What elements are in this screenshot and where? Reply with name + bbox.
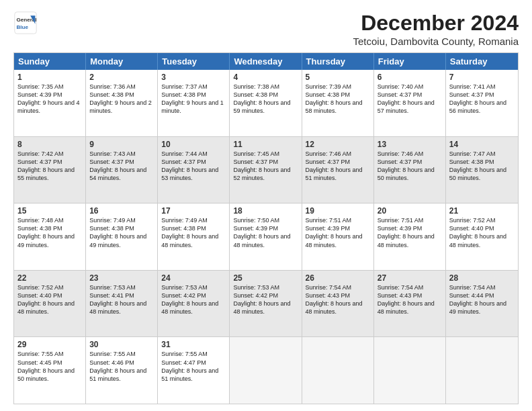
cell-info: Sunrise: 7:55 AMSunset: 4:46 PMDaylight:… xyxy=(89,350,154,383)
day-number: 14 xyxy=(449,140,515,149)
cal-week: 8Sunrise: 7:42 AMSunset: 4:37 PMDaylight… xyxy=(14,137,518,204)
cell-info: Sunrise: 7:53 AMSunset: 4:41 PMDaylight:… xyxy=(89,283,154,316)
day-number: 12 xyxy=(306,140,370,149)
calendar-header: SundayMondayTuesdayWednesdayThursdayFrid… xyxy=(14,53,518,70)
cal-header-cell: Tuesday xyxy=(158,53,230,70)
cal-cell xyxy=(446,337,518,404)
cal-week: 22Sunrise: 7:52 AMSunset: 4:40 PMDayligh… xyxy=(14,271,518,338)
cell-info: Sunrise: 7:49 AMSunset: 4:38 PMDaylight:… xyxy=(161,216,226,249)
cal-header-cell: Monday xyxy=(86,53,158,70)
cell-info: Sunrise: 7:41 AMSunset: 4:37 PMDaylight:… xyxy=(449,83,515,116)
logo: General Blue xyxy=(13,11,38,35)
cal-cell xyxy=(230,337,302,404)
cell-info: Sunrise: 7:42 AMSunset: 4:37 PMDaylight:… xyxy=(17,150,82,183)
cal-cell: 31Sunrise: 7:55 AMSunset: 4:47 PMDayligh… xyxy=(158,337,230,404)
cal-cell: 11Sunrise: 7:45 AMSunset: 4:37 PMDayligh… xyxy=(230,137,302,203)
cell-info: Sunrise: 7:40 AMSunset: 4:37 PMDaylight:… xyxy=(378,83,442,116)
cal-cell: 16Sunrise: 7:49 AMSunset: 4:38 PMDayligh… xyxy=(86,203,158,270)
day-number: 30 xyxy=(89,340,154,349)
cal-cell xyxy=(302,337,374,404)
cell-info: Sunrise: 7:55 AMSunset: 4:45 PMDaylight:… xyxy=(17,350,82,383)
cell-info: Sunrise: 7:52 AMSunset: 4:40 PMDaylight:… xyxy=(449,216,515,249)
day-number: 23 xyxy=(89,273,154,283)
cal-cell xyxy=(374,337,446,404)
cal-cell: 2Sunrise: 7:36 AMSunset: 4:38 PMDaylight… xyxy=(86,70,158,136)
day-number: 9 xyxy=(89,140,154,149)
cell-info: Sunrise: 7:50 AMSunset: 4:39 PMDaylight:… xyxy=(233,216,298,249)
cell-info: Sunrise: 7:53 AMSunset: 4:42 PMDaylight:… xyxy=(233,283,298,316)
cell-info: Sunrise: 7:55 AMSunset: 4:47 PMDaylight:… xyxy=(161,350,226,383)
cal-cell: 19Sunrise: 7:51 AMSunset: 4:39 PMDayligh… xyxy=(302,203,374,270)
cal-cell: 17Sunrise: 7:49 AMSunset: 4:38 PMDayligh… xyxy=(158,203,230,270)
cell-info: Sunrise: 7:43 AMSunset: 4:37 PMDaylight:… xyxy=(89,150,154,183)
cal-cell: 25Sunrise: 7:53 AMSunset: 4:42 PMDayligh… xyxy=(230,271,302,337)
title-block: December 2024 Tetcoiu, Dambovita County,… xyxy=(353,11,519,47)
day-number: 29 xyxy=(17,340,82,349)
cell-info: Sunrise: 7:46 AMSunset: 4:37 PMDaylight:… xyxy=(306,150,370,183)
cal-cell: 14Sunrise: 7:47 AMSunset: 4:38 PMDayligh… xyxy=(446,137,518,203)
day-number: 8 xyxy=(17,140,82,149)
cal-week: 15Sunrise: 7:48 AMSunset: 4:38 PMDayligh… xyxy=(14,203,518,271)
day-number: 20 xyxy=(378,206,442,216)
day-number: 15 xyxy=(17,206,82,216)
cal-cell: 8Sunrise: 7:42 AMSunset: 4:37 PMDaylight… xyxy=(14,137,86,203)
day-number: 22 xyxy=(17,273,82,283)
cal-header-cell: Saturday xyxy=(446,53,518,70)
cell-info: Sunrise: 7:46 AMSunset: 4:37 PMDaylight:… xyxy=(378,150,442,183)
cell-info: Sunrise: 7:35 AMSunset: 4:39 PMDaylight:… xyxy=(17,83,82,116)
cal-cell: 28Sunrise: 7:54 AMSunset: 4:44 PMDayligh… xyxy=(446,271,518,337)
day-number: 13 xyxy=(378,140,442,149)
cal-cell: 3Sunrise: 7:37 AMSunset: 4:38 PMDaylight… xyxy=(158,70,230,136)
cell-info: Sunrise: 7:54 AMSunset: 4:43 PMDaylight:… xyxy=(306,283,370,316)
cal-cell: 12Sunrise: 7:46 AMSunset: 4:37 PMDayligh… xyxy=(302,137,374,203)
day-number: 18 xyxy=(233,206,298,216)
day-number: 7 xyxy=(449,73,515,82)
day-number: 17 xyxy=(161,206,226,216)
cal-cell: 29Sunrise: 7:55 AMSunset: 4:45 PMDayligh… xyxy=(14,337,86,404)
cal-cell: 21Sunrise: 7:52 AMSunset: 4:40 PMDayligh… xyxy=(446,203,518,270)
cell-info: Sunrise: 7:53 AMSunset: 4:42 PMDaylight:… xyxy=(161,283,226,316)
header: General Blue December 2024 Tetcoiu, Damb… xyxy=(13,11,519,47)
cell-info: Sunrise: 7:45 AMSunset: 4:37 PMDaylight:… xyxy=(233,150,298,183)
cal-cell: 13Sunrise: 7:46 AMSunset: 4:37 PMDayligh… xyxy=(374,137,446,203)
cal-cell: 22Sunrise: 7:52 AMSunset: 4:40 PMDayligh… xyxy=(14,271,86,337)
day-number: 2 xyxy=(89,73,154,82)
day-number: 26 xyxy=(306,273,370,283)
cal-cell: 6Sunrise: 7:40 AMSunset: 4:37 PMDaylight… xyxy=(374,70,446,136)
day-number: 27 xyxy=(378,273,442,283)
cell-info: Sunrise: 7:39 AMSunset: 4:38 PMDaylight:… xyxy=(306,83,370,116)
cal-cell: 4Sunrise: 7:38 AMSunset: 4:38 PMDaylight… xyxy=(230,70,302,136)
day-number: 16 xyxy=(89,206,154,216)
day-number: 4 xyxy=(233,73,298,82)
day-number: 19 xyxy=(306,206,370,216)
cal-week: 29Sunrise: 7:55 AMSunset: 4:45 PMDayligh… xyxy=(14,337,518,404)
calendar-body: 1Sunrise: 7:35 AMSunset: 4:39 PMDaylight… xyxy=(14,70,518,404)
cal-cell: 7Sunrise: 7:41 AMSunset: 4:37 PMDaylight… xyxy=(446,70,518,136)
cell-info: Sunrise: 7:51 AMSunset: 4:39 PMDaylight:… xyxy=(306,216,370,249)
cal-header-cell: Sunday xyxy=(14,53,86,70)
day-number: 10 xyxy=(161,140,226,149)
cell-info: Sunrise: 7:54 AMSunset: 4:44 PMDaylight:… xyxy=(449,283,515,316)
cell-info: Sunrise: 7:54 AMSunset: 4:43 PMDaylight:… xyxy=(378,283,442,316)
day-number: 6 xyxy=(378,73,442,82)
page-subtitle: Tetcoiu, Dambovita County, Romania xyxy=(353,36,519,47)
cal-cell: 9Sunrise: 7:43 AMSunset: 4:37 PMDaylight… xyxy=(86,137,158,203)
cell-info: Sunrise: 7:37 AMSunset: 4:38 PMDaylight:… xyxy=(161,83,226,116)
day-number: 28 xyxy=(449,273,515,283)
cal-cell: 18Sunrise: 7:50 AMSunset: 4:39 PMDayligh… xyxy=(230,203,302,270)
day-number: 1 xyxy=(17,73,82,82)
cal-cell: 26Sunrise: 7:54 AMSunset: 4:43 PMDayligh… xyxy=(302,271,374,337)
cell-info: Sunrise: 7:36 AMSunset: 4:38 PMDaylight:… xyxy=(89,83,154,116)
cal-cell: 30Sunrise: 7:55 AMSunset: 4:46 PMDayligh… xyxy=(86,337,158,404)
cal-cell: 10Sunrise: 7:44 AMSunset: 4:37 PMDayligh… xyxy=(158,137,230,203)
cell-info: Sunrise: 7:47 AMSunset: 4:38 PMDaylight:… xyxy=(449,150,515,183)
page-title: December 2024 xyxy=(353,11,519,36)
cell-info: Sunrise: 7:38 AMSunset: 4:38 PMDaylight:… xyxy=(233,83,298,116)
logo-icon: General Blue xyxy=(13,11,38,35)
cal-header-cell: Friday xyxy=(374,53,446,70)
cell-info: Sunrise: 7:48 AMSunset: 4:38 PMDaylight:… xyxy=(17,216,82,249)
cal-header-cell: Wednesday xyxy=(230,53,302,70)
cal-cell: 1Sunrise: 7:35 AMSunset: 4:39 PMDaylight… xyxy=(14,70,86,136)
day-number: 24 xyxy=(161,273,226,283)
cal-header-cell: Thursday xyxy=(302,53,374,70)
